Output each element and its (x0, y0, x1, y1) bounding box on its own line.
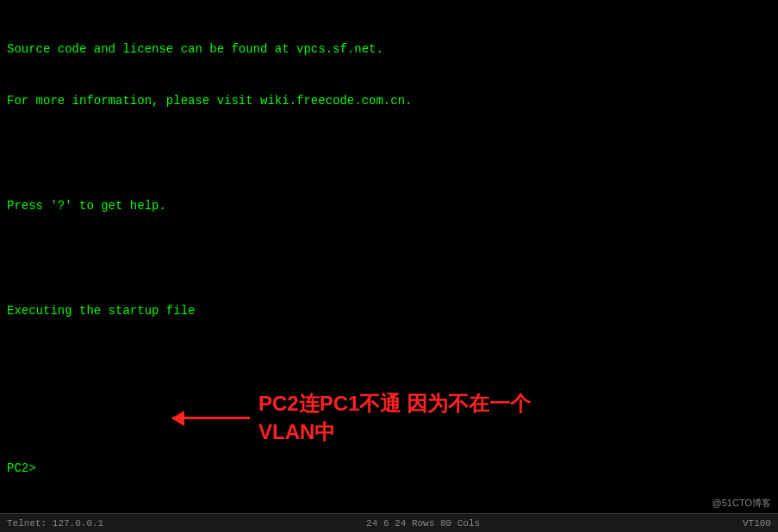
terminal-line-3 (7, 145, 771, 162)
terminal-line-5 (7, 250, 771, 267)
terminal-line-6: Executing the startup file (7, 302, 771, 319)
status-bar-left: Telnet: 127.0.0.1 (7, 518, 103, 529)
status-bar-right: VT100 (743, 518, 771, 529)
terminal-line-8 (7, 407, 771, 424)
terminal-line-7 (7, 355, 771, 372)
terminal-line-1: Source code and license can be found at … (7, 40, 771, 58)
terminal-line-9: PC2> (7, 460, 771, 477)
watermark: @51CTO博客 (713, 497, 771, 510)
terminal-line-2: For more information, please visit wiki.… (7, 92, 771, 109)
status-bar-middle: 24 6 24 Rows 80 Cols (366, 518, 480, 529)
terminal-output: Source code and license can be found at … (7, 5, 771, 532)
terminal-line-4: Press '?' to get help. (7, 197, 771, 214)
terminal-window: Source code and license can be found at … (0, 0, 778, 532)
status-bar: Telnet: 127.0.0.1 24 6 24 Rows 80 Cols V… (0, 513, 778, 532)
